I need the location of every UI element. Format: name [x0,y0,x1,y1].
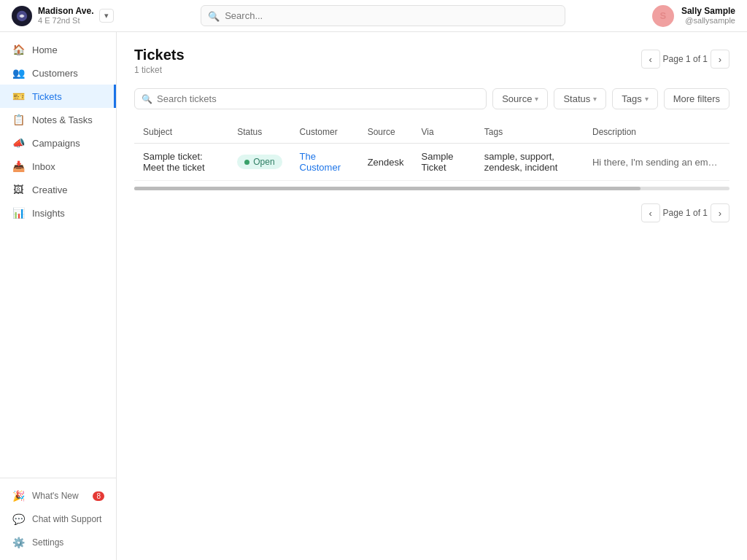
creative-icon: 🖼 [12,184,25,195]
sidebar-item-customers-label: Customers [32,68,78,79]
table-body: Sample ticket: Meet the ticket Open The … [134,144,729,181]
search-icon: 🔍 [208,10,220,21]
sidebar-item-chat-support[interactable]: 💬 Chat with Support [0,508,116,531]
cell-description: Hi there, I'm sending an email be having… [584,144,729,181]
org-address: 4 E 72nd St [38,16,93,26]
chat-support-icon: 💬 [12,513,25,525]
cell-status: Open [228,144,290,181]
sidebar-item-insights-label: Insights [32,208,65,219]
org-name: Madison Ave. [38,6,93,16]
page-info-top: Page 1 of 1 [663,54,708,64]
status-text: Open [253,157,274,167]
status-filter-arrow: ▾ [593,95,597,103]
cell-customer: The Customer [291,144,359,181]
page-subtitle: 1 ticket [134,65,185,75]
user-handle: @sallysample [681,16,735,26]
top-pagination: ‹ Page 1 of 1 › [641,50,729,69]
sidebar-item-inbox[interactable]: 📥 Inbox [0,155,116,178]
sidebar: 🏠 Home 👥 Customers 🎫 Tickets 📋 Notes & T… [0,32,117,560]
col-status: Status [228,121,290,144]
customers-icon: 👥 [12,67,25,79]
cell-source: Zendesk [359,144,413,181]
next-page-button-top[interactable]: › [711,50,729,69]
source-filter-button[interactable]: Source ▾ [492,88,548,109]
status-dot [244,160,249,165]
customer-link[interactable]: The Customer [300,151,341,173]
sidebar-item-settings-label: Settings [32,537,63,548]
search-input[interactable] [201,5,565,26]
sidebar-item-insights[interactable]: 📊 Insights [0,201,116,225]
content-area: 🔍 Source ▾ Status ▾ Tags ▾ More filters [117,79,747,560]
sidebar-item-campaigns-label: Campaigns [32,138,80,149]
sidebar-item-campaigns[interactable]: 📣 Campaigns [0,131,116,155]
col-tags: Tags [476,121,584,144]
sidebar-item-settings[interactable]: ⚙️ Settings [0,531,116,554]
tickets-icon: 🎫 [12,90,25,102]
filters-row: 🔍 Source ▾ Status ▾ Tags ▾ More filters [134,88,729,109]
campaigns-icon: 📣 [12,137,25,149]
sidebar-item-chat-support-label: Chat with Support [32,514,101,524]
prev-page-button-top[interactable]: ‹ [641,50,660,69]
col-source: Source [359,121,413,144]
col-via: Via [413,121,476,144]
status-filter-button[interactable]: Status ▾ [554,88,606,109]
prev-page-button-bottom[interactable]: ‹ [641,203,660,222]
topbar: Madison Ave. 4 E 72nd St ▾ 🔍 S Sally Sam… [0,0,747,32]
col-subject: Subject [134,121,228,144]
table-header-row: Subject Status Customer Source Via Tags … [134,121,729,144]
insights-icon: 📊 [12,207,25,219]
page-info-bottom: Page 1 of 1 [663,208,708,218]
user-name: Sally Sample [681,6,735,16]
horizontal-scrollbar[interactable] [134,187,640,190]
sidebar-item-whats-new-label: What's New [32,491,79,501]
sidebar-item-tickets-label: Tickets [32,91,62,102]
topbar-left: Madison Ave. 4 E 72nd St ▾ [12,6,114,26]
next-page-button-bottom[interactable]: › [711,203,729,222]
app-body: 🏠 Home 👥 Customers 🎫 Tickets 📋 Notes & T… [0,32,747,560]
status-filter-label: Status [563,93,590,104]
tags-filter-button[interactable]: Tags ▾ [612,88,657,109]
more-filters-label: More filters [673,93,720,104]
sidebar-item-notes-tasks-label: Notes & Tasks [32,114,93,125]
sidebar-item-whats-new[interactable]: 🎉 What's New 8 [0,484,116,508]
topbar-right: S Sally Sample @sallysample [652,5,735,27]
ticket-search-icon: 🔍 [142,94,152,104]
sidebar-item-inbox-label: Inbox [32,161,55,172]
ticket-search-input[interactable] [134,88,487,109]
sidebar-item-notes-tasks[interactable]: 📋 Notes & Tasks [0,108,116,131]
inbox-icon: 📥 [12,160,25,172]
page-title: Tickets [134,47,185,63]
global-search: 🔍 [201,5,565,26]
bottom-pagination: ‹ Page 1 of 1 › [134,192,729,222]
user-info: Sally Sample @sallysample [681,6,735,26]
sidebar-item-home-label: Home [32,44,58,55]
org-dropdown-button[interactable]: ▾ [99,9,114,23]
app-logo [12,6,32,26]
ticket-search: 🔍 [134,88,487,109]
cell-via: Sample Ticket [413,144,476,181]
source-filter-label: Source [502,93,532,104]
whats-new-badge: 8 [93,491,104,501]
cell-tags: sample, support, zendesk, incident [476,144,584,181]
cell-subject: Sample ticket: Meet the ticket [134,144,228,181]
main-content: Tickets 1 ticket ‹ Page 1 of 1 › 🔍 Sourc… [117,32,747,560]
settings-icon: ⚙️ [12,537,25,548]
org-info: Madison Ave. 4 E 72nd St [38,6,93,26]
sidebar-item-tickets[interactable]: 🎫 Tickets [0,85,116,108]
page-header: Tickets 1 ticket ‹ Page 1 of 1 › [117,32,747,79]
sidebar-nav: 🏠 Home 👥 Customers 🎫 Tickets 📋 Notes & T… [0,32,116,478]
home-icon: 🏠 [12,44,25,55]
table-header: Subject Status Customer Source Via Tags … [134,121,729,144]
col-description: Description [584,121,729,144]
more-filters-button[interactable]: More filters [664,88,729,109]
sidebar-item-customers[interactable]: 👥 Customers [0,61,116,85]
tickets-table: Subject Status Customer Source Via Tags … [134,121,729,181]
tags-filter-label: Tags [622,93,641,104]
sidebar-item-home[interactable]: 🏠 Home [0,38,116,61]
sidebar-item-creative-label: Creative [32,184,67,195]
user-avatar: S [652,5,674,27]
table-row[interactable]: Sample ticket: Meet the ticket Open The … [134,144,729,181]
sidebar-item-creative[interactable]: 🖼 Creative [0,178,116,201]
notes-tasks-icon: 📋 [12,114,25,125]
source-filter-arrow: ▾ [535,95,538,103]
